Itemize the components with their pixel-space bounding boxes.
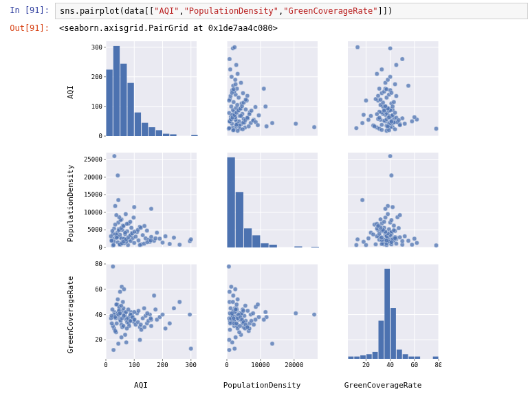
svg-point-482 xyxy=(380,235,384,239)
svg-point-212 xyxy=(397,123,402,127)
svg-rect-745 xyxy=(349,357,354,359)
svg-point-235 xyxy=(393,111,397,115)
svg-point-64 xyxy=(235,103,239,107)
svg-point-217 xyxy=(393,127,397,131)
y-axis-label: PopulationDensity xyxy=(62,148,78,258)
svg-point-175 xyxy=(392,100,396,104)
svg-point-467 xyxy=(377,232,382,236)
svg-point-194 xyxy=(355,45,360,49)
svg-point-455 xyxy=(397,235,402,239)
svg-point-191 xyxy=(394,63,398,67)
svg-point-449 xyxy=(389,173,393,177)
in-prompt: In [91]: xyxy=(0,3,55,15)
svg-point-271 xyxy=(124,212,128,216)
out-prompt: Out[91]: xyxy=(0,21,55,33)
svg-point-91 xyxy=(270,121,274,125)
svg-point-707 xyxy=(227,338,231,342)
pairplot-panel-GreenCoverageRate-vs-GreenCoverageRate: 20406080 xyxy=(324,260,441,370)
svg-point-566 xyxy=(116,297,120,301)
svg-point-710 xyxy=(241,309,245,313)
code-input[interactable]: sns.pairplot(data[["AQI","PopulationDens… xyxy=(55,3,528,19)
svg-point-549 xyxy=(160,312,164,316)
svg-rect-755 xyxy=(409,357,415,359)
svg-point-115 xyxy=(231,128,235,132)
svg-point-458 xyxy=(410,243,414,247)
svg-rect-381 xyxy=(252,235,260,247)
svg-point-221 xyxy=(362,113,366,117)
svg-point-297 xyxy=(155,230,159,234)
svg-point-134 xyxy=(232,87,236,91)
svg-point-596 xyxy=(126,307,130,311)
svg-point-59 xyxy=(243,107,248,111)
svg-point-429 xyxy=(373,242,377,246)
svg-point-545 xyxy=(149,324,153,328)
svg-point-231 xyxy=(389,120,393,124)
svg-text:20: 20 xyxy=(362,362,370,368)
svg-point-641 xyxy=(245,309,250,313)
svg-point-114 xyxy=(235,129,239,133)
svg-point-193 xyxy=(388,46,392,50)
svg-point-121 xyxy=(234,122,238,126)
svg-rect-756 xyxy=(415,357,420,359)
svg-point-184 xyxy=(377,87,382,91)
svg-point-189 xyxy=(375,71,379,76)
svg-point-684 xyxy=(262,318,266,322)
svg-point-205 xyxy=(403,122,407,126)
svg-text:0: 0 xyxy=(104,362,107,368)
input-cell: In [91]: sns.pairplot(data[["AQI","Popul… xyxy=(0,3,528,19)
svg-point-87 xyxy=(312,125,316,129)
svg-rect-16 xyxy=(156,130,162,136)
svg-point-481 xyxy=(382,219,386,223)
svg-text:40: 40 xyxy=(386,362,394,368)
svg-point-192 xyxy=(400,57,404,61)
svg-point-457 xyxy=(403,234,407,238)
pairplot-panel-GreenCoverageRate-vs-PopulationDensity: 01000020000 xyxy=(204,260,320,370)
svg-point-89 xyxy=(264,124,268,129)
svg-point-695 xyxy=(251,311,255,316)
svg-point-681 xyxy=(312,312,316,316)
svg-rect-747 xyxy=(360,355,366,359)
svg-point-711 xyxy=(243,304,248,308)
svg-point-462 xyxy=(389,218,393,222)
code-string: "AQI" xyxy=(154,6,179,16)
svg-text:80: 80 xyxy=(95,261,102,267)
svg-point-82 xyxy=(234,63,238,67)
svg-point-478 xyxy=(397,226,401,230)
svg-point-687 xyxy=(234,335,238,340)
svg-point-214 xyxy=(373,124,377,129)
svg-point-206 xyxy=(410,119,414,123)
svg-point-594 xyxy=(122,313,126,318)
svg-point-308 xyxy=(116,173,120,177)
svg-point-550 xyxy=(163,327,167,331)
svg-rect-746 xyxy=(354,357,360,359)
svg-point-686 xyxy=(227,348,231,352)
svg-point-78 xyxy=(233,78,237,82)
svg-rect-750 xyxy=(379,321,384,359)
svg-rect-379 xyxy=(236,192,243,247)
svg-point-554 xyxy=(188,312,192,316)
svg-rect-10 xyxy=(113,46,120,136)
svg-point-352 xyxy=(142,224,146,228)
code-token: sns.pairplot(data[[ xyxy=(60,6,154,16)
svg-point-185 xyxy=(406,83,410,87)
svg-rect-752 xyxy=(390,308,396,359)
svg-text:20000: 20000 xyxy=(84,174,102,181)
svg-point-335 xyxy=(109,239,113,243)
svg-point-688 xyxy=(234,302,239,307)
svg-point-310 xyxy=(149,207,153,211)
x-axis-label-text: AQI xyxy=(134,381,148,390)
svg-point-108 xyxy=(241,127,245,131)
svg-point-680 xyxy=(227,264,231,268)
svg-point-448 xyxy=(388,154,392,158)
y-axis-label: AQI xyxy=(62,37,78,147)
svg-point-582 xyxy=(124,340,129,344)
svg-text:300: 300 xyxy=(186,362,197,368)
svg-point-689 xyxy=(231,300,235,304)
svg-point-679 xyxy=(232,346,236,351)
svg-text:200: 200 xyxy=(157,362,168,368)
svg-point-693 xyxy=(237,330,241,334)
svg-point-423 xyxy=(383,215,387,219)
y-axis-label-text: PopulationDensity xyxy=(66,165,75,243)
svg-point-90 xyxy=(262,87,266,91)
svg-point-132 xyxy=(245,93,250,98)
